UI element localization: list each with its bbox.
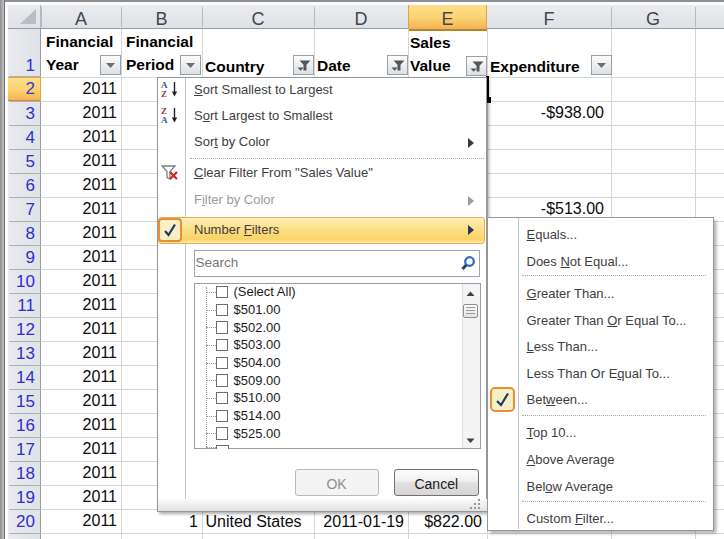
svg-text:Z: Z (161, 89, 167, 99)
svg-text:A: A (161, 115, 168, 125)
